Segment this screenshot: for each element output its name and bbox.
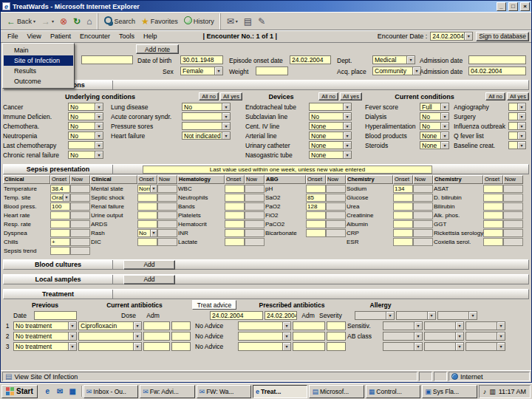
condition-dropdown[interactable]: [508, 132, 526, 140]
now-value-cell[interactable]: [503, 211, 523, 219]
device-dropdown[interactable]: None: [309, 141, 352, 149]
now-value-cell[interactable]: [326, 185, 346, 193]
now-value-cell[interactable]: [503, 202, 523, 211]
now-value-cell[interactable]: [245, 202, 265, 211]
now-value-cell[interactable]: [157, 194, 177, 202]
taskbar-task-button[interactable]: ▤ Microsof...: [309, 385, 364, 398]
condition-dropdown[interactable]: No: [420, 112, 449, 120]
acq-place-dropdown[interactable]: Community: [372, 66, 421, 75]
onset-value-cell[interactable]: [393, 202, 413, 211]
allergy-dropdown[interactable]: [424, 342, 464, 351]
now-value-cell[interactable]: [503, 220, 523, 228]
toolbar-button[interactable]: ★ Favorites: [138, 13, 181, 29]
now-value-cell[interactable]: [413, 229, 433, 237]
now-value-cell[interactable]: [70, 202, 90, 211]
now-value-cell[interactable]: [70, 220, 90, 228]
now-value-cell[interactable]: [245, 229, 265, 237]
device-dropdown[interactable]: [309, 103, 352, 111]
allergy-dropdown[interactable]: [466, 342, 505, 351]
now-value-cell[interactable]: [326, 229, 346, 237]
now-value-cell[interactable]: [245, 194, 265, 202]
onset-value-cell[interactable]: [306, 229, 326, 237]
condition-dropdown[interactable]: [508, 112, 526, 120]
device-dropdown[interactable]: None: [309, 122, 352, 130]
admission-date-field[interactable]: [468, 55, 526, 64]
allergy-dropdown[interactable]: [466, 321, 505, 330]
now-value-cell[interactable]: [503, 229, 523, 237]
add-local-sample-button[interactable]: Add: [123, 275, 175, 284]
prescribed-dose-field[interactable]: [293, 321, 325, 330]
onset-value-cell[interactable]: [225, 211, 245, 219]
dept-dropdown[interactable]: Medical: [372, 55, 415, 64]
menu-item[interactable]: Patient: [46, 32, 75, 41]
toolbar-button[interactable]: History: [181, 13, 217, 29]
toolbar-button[interactable]: Search: [101, 13, 138, 29]
view-menu-item[interactable]: Results: [4, 66, 73, 76]
now-value-cell[interactable]: [326, 202, 346, 211]
now-value-cell[interactable]: [70, 211, 90, 219]
onset-value-cell[interactable]: [393, 220, 413, 228]
onset-value-cell[interactable]: [137, 211, 157, 219]
onset-value-cell[interactable]: [393, 211, 413, 219]
prescribed-antibiotic-dropdown[interactable]: [238, 321, 291, 330]
allergy-dropdown[interactable]: [437, 311, 477, 320]
condition-dropdown[interactable]: None: [420, 132, 449, 140]
condition-dropdown[interactable]: No: [68, 112, 103, 120]
now-value-cell[interactable]: [157, 185, 177, 193]
onset-value-cell[interactable]: 38.4: [50, 185, 70, 193]
now-value-cell[interactable]: [70, 229, 90, 237]
toolbar-button[interactable]: ↻: [70, 13, 83, 29]
onset-value-cell[interactable]: [225, 194, 245, 202]
allergy-dropdown[interactable]: [383, 342, 423, 351]
prescribed-adm-field[interactable]: [327, 321, 346, 330]
now-value-cell[interactable]: [157, 220, 177, 228]
sepsis-tab[interactable]: Sepsis presentation: [4, 165, 113, 174]
now-value-cell[interactable]: [413, 220, 433, 228]
taskbar-task-button[interactable]: ▦ Control...: [366, 385, 420, 398]
taskbar-task-button[interactable]: ✉ Inbox - Ou..: [83, 385, 138, 398]
condition-dropdown[interactable]: No: [420, 122, 449, 130]
patient-name-field[interactable]: [81, 55, 133, 64]
onset-value-cell[interactable]: Normal: [137, 185, 157, 193]
all-yes-button[interactable]: All yes: [340, 92, 362, 100]
now-value-cell[interactable]: [413, 194, 433, 202]
weight-field[interactable]: [256, 66, 288, 75]
condition-dropdown[interactable]: No: [68, 103, 103, 111]
onset-value-cell[interactable]: [50, 220, 70, 228]
now-value-cell[interactable]: [70, 247, 90, 255]
now-value-cell[interactable]: [413, 185, 433, 193]
device-dropdown[interactable]: None: [309, 132, 352, 140]
condition-dropdown[interactable]: Full: [420, 103, 449, 111]
condition-dropdown[interactable]: No: [68, 132, 103, 140]
adm-field[interactable]: [171, 342, 191, 351]
display-icon[interactable]: ▥: [489, 388, 496, 395]
add-blood-culture-button[interactable]: Add: [123, 260, 175, 270]
condition-dropdown[interactable]: [508, 103, 526, 111]
onset-value-cell[interactable]: [393, 194, 413, 202]
blood-cultures-tab[interactable]: Blood cultures: [4, 260, 113, 269]
local-samples-tab[interactable]: Local samples: [4, 275, 113, 284]
dose-field[interactable]: [143, 321, 170, 330]
previous-treatment-dropdown[interactable]: No treatment: [13, 332, 77, 341]
onset-value-cell[interactable]: [225, 202, 245, 211]
device-dropdown[interactable]: None: [309, 151, 352, 159]
previous-treatment-dropdown[interactable]: No treatment: [13, 321, 77, 330]
prescribed-adm-field[interactable]: [327, 342, 346, 351]
current-antibiotic-dropdown[interactable]: Ciprofloxacin: [78, 321, 142, 330]
condition-dropdown[interactable]: No: [68, 122, 103, 130]
onset-value-cell[interactable]: [225, 229, 245, 237]
now-value-cell[interactable]: [245, 211, 265, 219]
prescribed-dose-field[interactable]: [293, 332, 325, 341]
view-menu-item[interactable]: Site of Infection: [4, 55, 73, 66]
now-value-cell[interactable]: [326, 194, 346, 202]
condition-dropdown[interactable]: No: [182, 103, 231, 111]
title-bar[interactable]: e TreatWards - Microsoft Internet Explor…: [1, 1, 531, 12]
onset-value-cell[interactable]: [483, 238, 503, 246]
onset-value-cell[interactable]: [483, 211, 503, 219]
onset-value-cell[interactable]: 128: [306, 202, 326, 211]
now-value-cell[interactable]: [503, 185, 523, 193]
onset-value-cell[interactable]: 85: [306, 194, 326, 202]
onset-value-cell[interactable]: Oral: [50, 194, 70, 202]
prescribed-dose-field[interactable]: [293, 342, 325, 351]
now-value-cell[interactable]: [70, 185, 90, 193]
